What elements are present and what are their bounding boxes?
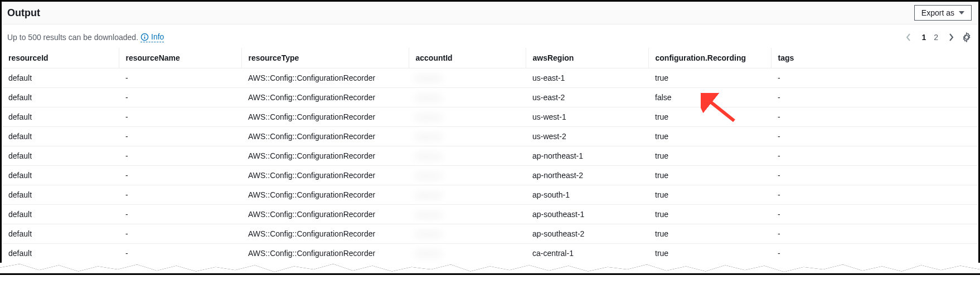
prev-page-button[interactable] <box>904 32 914 42</box>
export-as-label: Export as <box>921 8 954 17</box>
cell-configurationRecording: false <box>648 88 771 107</box>
cell-resourceName: - <box>119 68 241 88</box>
pagination: 1 2 <box>904 32 956 42</box>
table-row: default-AWS::Config::ConfigurationRecord… <box>2 244 978 263</box>
output-panel: Output Export as Up to 500 results can b… <box>0 0 980 263</box>
col-configRecording[interactable]: configuration.Recording <box>648 48 771 68</box>
cell-configurationRecording: true <box>648 166 771 185</box>
info-label: Info <box>151 32 164 41</box>
cell-resourceId[interactable]: default <box>2 146 119 166</box>
table-header-row: resourceId resourceName resourceType acc… <box>2 48 978 68</box>
cell-accountId: ············ <box>409 88 526 107</box>
gear-icon <box>962 32 972 42</box>
cell-configurationRecording: true <box>648 205 771 224</box>
download-limit-text: Up to 500 results can be downloaded. <box>7 33 138 42</box>
cell-resourceId[interactable]: default <box>2 185 119 205</box>
table-row: default-AWS::Config::ConfigurationRecord… <box>2 88 978 107</box>
caret-down-icon <box>959 11 964 14</box>
cell-resourceId[interactable]: default <box>2 205 119 224</box>
cell-tags: - <box>771 127 978 146</box>
col-tags[interactable]: tags <box>771 48 978 68</box>
cell-resourceType: AWS::Config::ConfigurationRecorder <box>241 185 409 205</box>
cell-resourceType: AWS::Config::ConfigurationRecorder <box>241 88 409 107</box>
col-awsRegion[interactable]: awsRegion <box>526 48 648 68</box>
table-body: default-AWS::Config::ConfigurationRecord… <box>2 68 978 263</box>
cell-tags: - <box>771 166 978 185</box>
cell-resourceType: AWS::Config::ConfigurationRecorder <box>241 244 409 263</box>
cell-resourceId[interactable]: default <box>2 68 119 88</box>
chevron-left-icon <box>906 33 911 41</box>
cell-resourceId[interactable]: default <box>2 88 119 107</box>
svg-point-2 <box>144 35 145 36</box>
cell-configurationRecording: true <box>648 107 771 127</box>
cell-tags: - <box>771 88 978 107</box>
cell-accountId: ············ <box>409 224 526 244</box>
cell-resourceName: - <box>119 88 241 107</box>
cell-resourceName: - <box>119 146 241 166</box>
cell-accountId: ············ <box>409 185 526 205</box>
cell-tags: - <box>771 224 978 244</box>
cell-resourceName: - <box>119 107 241 127</box>
cell-tags: - <box>771 205 978 224</box>
cell-awsRegion: ap-northeast-2 <box>526 166 648 185</box>
cell-resourceId[interactable]: default <box>2 127 119 146</box>
table-row: default-AWS::Config::ConfigurationRecord… <box>2 205 978 224</box>
settings-button[interactable] <box>962 32 972 42</box>
cell-tags: - <box>771 146 978 166</box>
page-1[interactable]: 1 <box>921 33 926 42</box>
cell-awsRegion: us-west-2 <box>526 127 648 146</box>
next-page-button[interactable] <box>946 32 956 42</box>
cell-resourceType: AWS::Config::ConfigurationRecorder <box>241 107 409 127</box>
chevron-right-icon <box>948 33 954 41</box>
cell-tags: - <box>771 244 978 263</box>
cell-accountId: ············ <box>409 166 526 185</box>
table-row: default-AWS::Config::ConfigurationRecord… <box>2 224 978 244</box>
col-accountId[interactable]: accountId <box>409 48 526 68</box>
cell-accountId: ············ <box>409 127 526 146</box>
subheader-right: 1 2 <box>904 32 972 42</box>
cell-tags: - <box>771 68 978 88</box>
col-resourceType[interactable]: resourceType <box>241 48 409 68</box>
info-link[interactable]: Info <box>140 32 164 42</box>
table-row: default-AWS::Config::ConfigurationRecord… <box>2 68 978 88</box>
cell-configurationRecording: true <box>648 224 771 244</box>
cell-awsRegion: ap-northeast-1 <box>526 146 648 166</box>
torn-edge <box>0 263 980 275</box>
cell-awsRegion: us-east-2 <box>526 88 648 107</box>
table-row: default-AWS::Config::ConfigurationRecord… <box>2 185 978 205</box>
table-row: default-AWS::Config::ConfigurationRecord… <box>2 146 978 166</box>
cell-resourceName: - <box>119 224 241 244</box>
cell-resourceType: AWS::Config::ConfigurationRecorder <box>241 68 409 88</box>
cell-configurationRecording: true <box>648 146 771 166</box>
cell-accountId: ············ <box>409 68 526 88</box>
cell-resourceName: - <box>119 166 241 185</box>
cell-resourceType: AWS::Config::ConfigurationRecorder <box>241 205 409 224</box>
cell-resourceName: - <box>119 185 241 205</box>
cell-accountId: ············ <box>409 107 526 127</box>
cell-resourceType: AWS::Config::ConfigurationRecorder <box>241 127 409 146</box>
cell-configurationRecording: true <box>648 244 771 263</box>
cell-tags: - <box>771 185 978 205</box>
cell-accountId: ············ <box>409 205 526 224</box>
cell-tags: - <box>771 107 978 127</box>
cell-resourceName: - <box>119 127 241 146</box>
cell-resourceId[interactable]: default <box>2 166 119 185</box>
info-icon <box>140 33 149 41</box>
cell-awsRegion: ap-southeast-2 <box>526 224 648 244</box>
table-row: default-AWS::Config::ConfigurationRecord… <box>2 166 978 185</box>
page-2[interactable]: 2 <box>934 33 938 42</box>
col-resourceId[interactable]: resourceId <box>2 48 119 68</box>
export-as-button[interactable]: Export as <box>914 5 972 21</box>
subheader-left: Up to 500 results can be downloaded. Inf… <box>7 32 164 42</box>
cell-resourceName: - <box>119 244 241 263</box>
cell-resourceType: AWS::Config::ConfigurationRecorder <box>241 166 409 185</box>
table-row: default-AWS::Config::ConfigurationRecord… <box>2 127 978 146</box>
subheader: Up to 500 results can be downloaded. Inf… <box>2 24 978 48</box>
cell-resourceId[interactable]: default <box>2 107 119 127</box>
col-resourceName[interactable]: resourceName <box>119 48 241 68</box>
cell-resourceId[interactable]: default <box>2 244 119 263</box>
cell-awsRegion: ap-southeast-1 <box>526 205 648 224</box>
cell-configurationRecording: true <box>648 127 771 146</box>
cell-resourceId[interactable]: default <box>2 224 119 244</box>
cell-accountId: ············ <box>409 146 526 166</box>
